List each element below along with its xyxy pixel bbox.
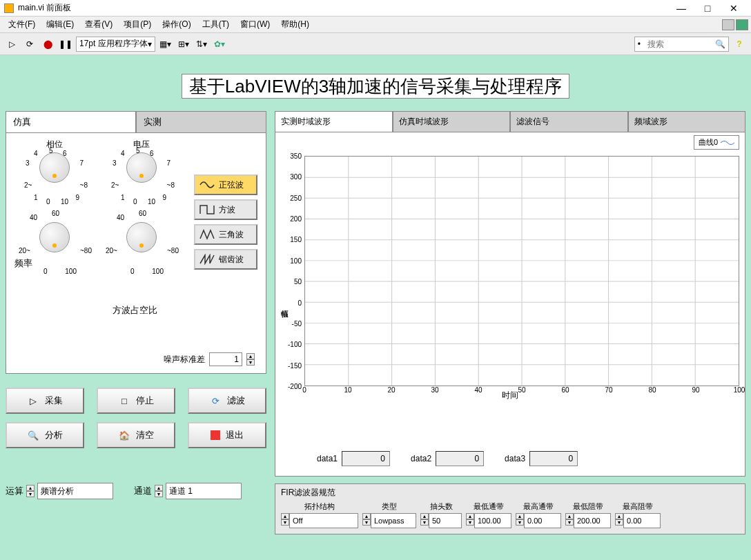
ch-up[interactable]: ▲ [155, 485, 163, 491]
lopass-down[interactable]: ▼ [466, 519, 474, 526]
noise-down-button[interactable]: ▼ [246, 359, 255, 366]
channel-label: 通道 [134, 485, 152, 497]
fir-taps-input[interactable] [429, 513, 462, 528]
menu-help[interactable]: 帮助(H) [275, 19, 315, 30]
type-down[interactable]: ▼ [362, 519, 371, 526]
taps-up[interactable]: ▲ [420, 513, 429, 519]
histop-down[interactable]: ▼ [615, 519, 623, 526]
minimize-button[interactable]: — [668, 1, 694, 16]
fir-type-select[interactable]: Lowpass [371, 513, 416, 528]
op-up[interactable]: ▲ [26, 485, 35, 491]
left-tabs: 仿真 实测 [6, 111, 266, 132]
noise-std-input[interactable] [209, 352, 242, 366]
channel-select[interactable]: 通道 1 [166, 483, 242, 499]
histop-up[interactable]: ▲ [615, 513, 623, 519]
run-continuous-button[interactable]: ⟳ [22, 37, 37, 52]
abort-button[interactable]: ⬤ [40, 37, 55, 52]
window-title: main.vi 前面板 [18, 2, 71, 14]
tab-sim-time[interactable]: 仿真时域波形 [393, 111, 511, 132]
fir-histop-input[interactable] [623, 513, 661, 528]
vi-icon[interactable] [736, 19, 748, 30]
waveform-chart[interactable] [304, 156, 739, 386]
filter-button[interactable]: ⟳滤波 [188, 388, 266, 414]
topo-up[interactable]: ▲ [281, 513, 289, 519]
fir-hipass-input[interactable] [524, 513, 561, 528]
search-input[interactable] [643, 39, 712, 49]
x-axis-label: 时间 [502, 390, 518, 401]
sawtooth-button[interactable]: 锯齿波 [194, 249, 257, 270]
right-tabs: 实测时域波形 仿真时域波形 滤波信号 频域波形 [275, 111, 745, 132]
noise-up-button[interactable]: ▲ [246, 353, 255, 359]
data2-output [436, 451, 484, 466]
sine-button[interactable]: 正弦波 [194, 174, 257, 195]
duty-label: 方波占空比 [113, 304, 157, 317]
data-outputs: data1 data2 data3 [317, 451, 738, 466]
grid-icon[interactable] [722, 19, 734, 30]
tab-measurement[interactable]: 实测 [136, 111, 266, 132]
menu-view[interactable]: 查看(V) [79, 19, 118, 30]
taps-down[interactable]: ▼ [420, 519, 429, 526]
phase-knob-box: 相位 0 1 2~ 3 4 5 6 7 ~8 9 10 [13, 140, 96, 206]
duty-knob-box: 0 20~ 40 60 ~80 100 [100, 210, 183, 275]
stop-icon: □ [118, 394, 130, 407]
fir-topology-select[interactable]: Off [289, 513, 358, 528]
page-title: 基于LabVIEW的3轴加速的信号采集与处理程序 [0, 74, 751, 99]
menu-tools[interactable]: 工具(T) [197, 19, 235, 30]
clear-button[interactable]: 🏠清空 [97, 422, 175, 448]
menu-project[interactable]: 项目(P) [118, 19, 157, 30]
type-up[interactable]: ▲ [362, 513, 371, 519]
operation-label: 运算 [6, 485, 23, 497]
stop-button[interactable]: □停止 [97, 388, 175, 414]
fir-lostop-input[interactable] [574, 513, 611, 528]
noise-std-control: 噪声标准差 ▲▼ [164, 352, 255, 366]
analyze-button[interactable]: 🔍分析 [6, 422, 84, 448]
exit-icon [211, 430, 220, 440]
font-selector[interactable]: 17pt 应用程序字体 ▾ [76, 37, 155, 52]
hipass-down[interactable]: ▼ [516, 519, 524, 526]
tab-simulation[interactable]: 仿真 [6, 111, 136, 132]
pause-button[interactable]: ❚❚ [58, 37, 73, 52]
fir-panel: FIR滤波器规范 拓扑结构▲▼Off 类型▲▼Lowpass 抽头数▲▼ 最低通… [275, 483, 745, 534]
x-ticks: 0 10 20 30 40 50 60 70 80 90 100 [304, 386, 739, 394]
topo-down[interactable]: ▼ [281, 519, 289, 526]
chart-legend[interactable]: 曲线0 [694, 135, 739, 150]
operation-select[interactable]: 频谱分析 [37, 483, 113, 499]
hipass-up[interactable]: ▲ [516, 513, 524, 519]
resize-button[interactable]: ⇅▾ [194, 37, 209, 52]
search-box[interactable]: • 🔍 [634, 37, 729, 52]
titlebar: main.vi 前面板 — □ ✕ [0, 0, 751, 17]
square-button[interactable]: 方波 [194, 199, 257, 220]
magnifier-icon: 🔍 [27, 429, 39, 441]
distribute-button[interactable]: ⊞▾ [176, 37, 191, 52]
reorder-button[interactable]: ✿▾ [212, 37, 227, 52]
align-button[interactable]: ▦▾ [158, 37, 173, 52]
lostop-up[interactable]: ▲ [565, 513, 574, 519]
menu-edit[interactable]: 编辑(E) [41, 19, 79, 30]
lostop-down[interactable]: ▼ [565, 519, 574, 526]
search-icon[interactable]: 🔍 [712, 39, 728, 49]
tab-freq[interactable]: 频域波形 [628, 111, 746, 132]
tab-measured-time[interactable]: 实测时域波形 [275, 111, 393, 132]
fir-lopass-input[interactable] [474, 513, 511, 528]
op-down[interactable]: ▼ [26, 491, 35, 497]
tab-filtered[interactable]: 滤波信号 [510, 111, 628, 132]
triangle-button[interactable]: 三角波 [194, 224, 257, 245]
collect-button[interactable]: ▷采集 [6, 388, 84, 414]
refresh-icon: ⟳ [209, 394, 222, 407]
help-icon[interactable]: ? [732, 37, 747, 52]
fir-title: FIR滤波器规范 [281, 487, 739, 499]
app-icon [4, 3, 14, 13]
exit-button[interactable]: 退出 [188, 422, 266, 448]
menu-window[interactable]: 窗口(W) [235, 19, 275, 30]
lopass-up[interactable]: ▲ [466, 513, 474, 519]
run-button[interactable]: ▷ [4, 37, 19, 52]
maximize-button[interactable]: □ [694, 1, 721, 16]
y-ticks: 350 300 250 200 150 100 50 0 -50 -100 -1… [282, 156, 303, 386]
ch-down[interactable]: ▼ [155, 491, 163, 497]
data3-output [529, 451, 578, 466]
data1-output [342, 451, 390, 466]
voltage-knob-box: 电压 0 1 2~ 3 4 5 6 7 ~8 9 10 [100, 140, 183, 206]
menu-operate[interactable]: 操作(O) [157, 19, 196, 30]
close-button[interactable]: ✕ [721, 1, 747, 16]
menu-file[interactable]: 文件(F) [3, 19, 41, 30]
